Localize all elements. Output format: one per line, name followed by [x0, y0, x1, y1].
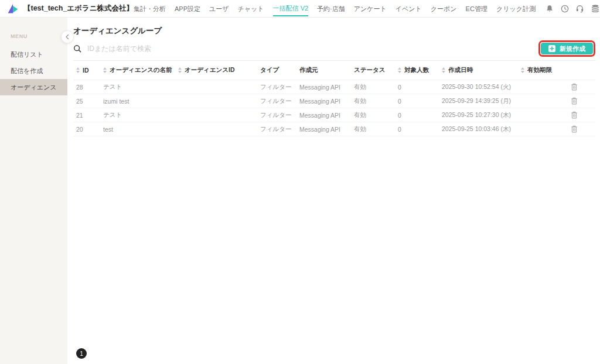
delete-button[interactable] [571, 124, 579, 134]
search-row: 新規作成 [73, 40, 595, 57]
column-header-source: 作成元 [296, 66, 351, 74]
column-header-target-count[interactable]: 対象人数 [395, 66, 439, 74]
cell-type: フィルター [257, 125, 296, 133]
cell-name: izumi test [100, 98, 175, 105]
nav-item-coupon[interactable]: クーポン [431, 1, 457, 16]
column-label: ステータス [354, 66, 385, 74]
table-row[interactable]: 21 テスト フィルター Messaging API 有効 0 2025-09-… [73, 108, 595, 122]
cell-name: test [100, 126, 175, 133]
sort-icon [521, 67, 524, 73]
column-label: タイプ [260, 66, 279, 74]
pagination-page-1[interactable]: 1 [76, 348, 87, 359]
create-new-button-label: 新規作成 [560, 44, 585, 53]
database-icon[interactable] [591, 4, 600, 13]
cell-source: Messaging API [296, 112, 351, 119]
cell-id: 28 [73, 84, 100, 91]
delete-button[interactable] [571, 82, 579, 92]
clock-icon[interactable] [560, 4, 570, 13]
column-label: ID [83, 67, 89, 74]
column-label: 有効期限 [527, 66, 552, 74]
cell-count: 0 [395, 112, 439, 119]
nav-item-reservation-store[interactable]: 予約·店舗 [317, 1, 345, 16]
create-new-button[interactable]: 新規作成 [541, 43, 593, 54]
trash-icon [571, 111, 578, 119]
column-header-id[interactable]: ID [73, 67, 100, 74]
cell-name: テスト [100, 111, 175, 119]
table-header-row: ID オーディエンスの名前 オーディエンスID タイプ 作成元 ステータス 対象… [73, 61, 595, 80]
nav-item-bulk-delivery-v2[interactable]: 一括配信 V2 [273, 1, 309, 16]
main-content: オーディエンスグループ 新規作成 ID オーディエンスの名前 [67, 18, 600, 364]
pagination: 1 [76, 348, 87, 359]
sidebar-item-audience[interactable]: オーディエンス [0, 79, 67, 95]
column-header-audience-id[interactable]: オーディエンスID [175, 66, 257, 74]
sort-icon [442, 67, 445, 73]
nav-item-analytics[interactable]: 集計・分析 [134, 1, 166, 16]
app-logo-icon[interactable] [7, 3, 19, 15]
sort-icon [76, 67, 80, 73]
trash-icon [571, 97, 578, 105]
page-title: オーディエンスグループ [73, 26, 600, 36]
cell-status: 有効 [351, 111, 395, 119]
cell-type: フィルター [257, 97, 296, 105]
chevron-left-icon [64, 34, 70, 40]
column-label: オーディエンスの名前 [110, 66, 172, 74]
cell-id: 25 [73, 98, 100, 105]
column-header-type: タイプ [257, 66, 296, 74]
cell-count: 0 [395, 84, 439, 91]
sort-icon [398, 67, 401, 73]
trash-icon [571, 83, 578, 91]
delete-button[interactable] [571, 96, 579, 106]
sidebar-item-delivery-list[interactable]: 配信リスト [0, 46, 67, 63]
trash-icon [571, 125, 578, 133]
nav-item-users[interactable]: ユーザ [209, 1, 229, 16]
cell-name: テスト [100, 83, 175, 91]
cell-status: 有効 [351, 83, 395, 91]
table-row[interactable]: 25 izumi test フィルター Messaging API 有効 0 2… [73, 94, 595, 108]
cell-status: 有効 [351, 125, 395, 133]
cell-source: Messaging API [296, 84, 351, 91]
column-label: 作成元 [299, 66, 318, 74]
cell-created: 2025-09-30 10:52:54 (火) [439, 83, 518, 91]
annotation-highlight-box: 新規作成 [538, 40, 595, 57]
cell-status: 有効 [351, 97, 395, 105]
top-header: 【test_tech_エボラニ株式会社】 集計・分析 APP設定 ユーザ チャッ… [0, 0, 600, 18]
column-header-audience-name[interactable]: オーディエンスの名前 [100, 66, 175, 74]
header-icon-group: FAQ Riku [545, 3, 600, 15]
search-input[interactable] [87, 44, 538, 53]
top-nav: 集計・分析 APP設定 ユーザ チャット 一括配信 V2 予約·店舗 アンケート… [134, 1, 536, 16]
column-header-expiry[interactable]: 有効期限 [518, 66, 571, 74]
nav-item-event[interactable]: イベント [396, 1, 422, 16]
table-row[interactable]: 20 test フィルター Messaging API 有効 0 2025-09… [73, 122, 595, 136]
sort-icon [103, 67, 107, 73]
nav-item-click-tracking[interactable]: クリック計測 [496, 1, 536, 16]
column-label: オーディエンスID [185, 66, 234, 74]
sidebar-item-create-delivery[interactable]: 配信を作成 [0, 63, 67, 79]
cell-id: 20 [73, 126, 100, 133]
delete-button[interactable] [571, 110, 579, 120]
nav-item-ec-management[interactable]: EC管理 [466, 1, 488, 16]
table-row[interactable]: 28 テスト フィルター Messaging API 有効 0 2025-09-… [73, 80, 595, 94]
bell-icon[interactable] [545, 4, 554, 13]
sort-icon [178, 67, 182, 73]
column-header-created-at[interactable]: 作成日時 [439, 66, 518, 74]
column-label: 対象人数 [404, 66, 429, 74]
cell-source: Messaging API [296, 98, 351, 105]
nav-item-survey[interactable]: アンケート [354, 1, 387, 16]
sidebar-collapse-button[interactable] [61, 30, 74, 43]
sidebar: MENU 配信リスト 配信を作成 オーディエンス [0, 18, 67, 364]
cell-created: 2025-09-29 14:39:25 (月) [439, 97, 518, 105]
headset-icon[interactable] [575, 4, 585, 13]
cell-source: Messaging API [296, 126, 351, 133]
cell-type: フィルター [257, 83, 296, 91]
nav-item-chat[interactable]: チャット [238, 1, 264, 16]
nav-item-app-settings[interactable]: APP設定 [175, 1, 200, 16]
column-header-status: ステータス [351, 66, 395, 74]
column-label: 作成日時 [448, 66, 473, 74]
cell-count: 0 [395, 126, 439, 133]
cell-created: 2025-09-25 10:03:46 (木) [439, 125, 518, 133]
plus-icon [548, 45, 555, 52]
cell-id: 21 [73, 112, 100, 119]
cell-count: 0 [395, 98, 439, 105]
cell-type: フィルター [257, 111, 296, 119]
search-icon [73, 44, 81, 53]
